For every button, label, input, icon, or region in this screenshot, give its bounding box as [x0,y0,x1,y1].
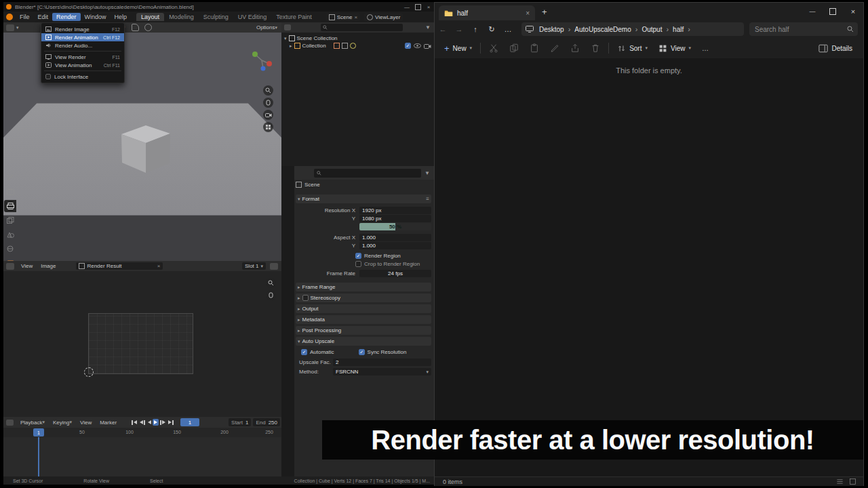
sort-button[interactable]: Sort ▾ [612,40,653,56]
menu-help[interactable]: Help [111,13,132,21]
timeline-ruler[interactable]: 1 50 100 150 200 250 1 [3,428,281,437]
render-region-checkbox[interactable]: ✓ [355,253,361,259]
camera-view-icon[interactable] [263,110,273,120]
properties-filter-icon[interactable]: ▼ [425,170,430,176]
proportional-editing-icon[interactable] [144,24,152,31]
outliner-row-scene-collection[interactable]: ▾ Scene Collection [281,35,434,42]
more-options-button[interactable]: … [696,40,714,56]
menu-item-view-animation[interactable]: View Animation Ctrl F11 [41,61,124,69]
tab-render[interactable] [4,186,16,198]
section-output[interactable]: ▸ Output [296,304,431,313]
zoom-tool-icon[interactable] [263,85,273,96]
section-metadata[interactable]: ▸ Metadata [296,315,431,324]
timeline-menu-marker[interactable]: Marker [96,419,121,426]
tab-output[interactable] [4,200,16,212]
minimize-button[interactable]: — [802,3,823,20]
scene-selector[interactable]: Scene × [326,13,360,21]
workspace-tab-layout[interactable]: Layout [136,13,164,21]
workspace-tab-texture-paint[interactable]: Texture Paint [271,13,317,21]
hide-eye-icon[interactable] [414,43,421,48]
details-pane-button[interactable]: Details [813,40,858,56]
close-button[interactable]: × [423,3,434,11]
section-auto-upscale[interactable]: ▾ Auto Upscale [296,337,431,346]
menu-file[interactable]: File [16,13,34,21]
menu-render[interactable]: Render [52,13,81,21]
crop-region-checkbox[interactable] [355,261,361,267]
breadcrumb-item-output[interactable]: Output [639,26,665,33]
search-input[interactable] [753,25,837,34]
see-more-button[interactable]: … [500,25,516,33]
editor-type-icon[interactable] [6,420,14,426]
large-icons-view-icon[interactable] [849,478,856,485]
paste-button[interactable] [524,40,545,56]
snap-magnet-icon[interactable] [132,24,139,31]
sync-resolution-checkbox[interactable]: ✓ [359,349,365,355]
menu-item-render-image[interactable]: Render Image F12 [41,25,124,33]
forward-button[interactable]: → [451,25,467,33]
outliner-editor-icon[interactable] [284,24,291,30]
pan-hand-icon[interactable] [263,98,273,108]
outliner-row-collection[interactable]: ▸ Collection ✓ [281,42,434,49]
search-box[interactable] [749,22,858,36]
new-tab-button[interactable]: + [542,7,547,17]
editor-type-icon[interactable] [6,24,14,31]
timeline-track-area[interactable] [3,437,281,476]
maximize-button[interactable] [823,3,843,20]
play-button[interactable] [153,419,159,426]
current-frame-field[interactable]: 1 [180,418,199,426]
playhead-badge[interactable]: 1 [33,428,44,436]
expand-icon[interactable]: ▾ [284,36,287,41]
image-editor-canvas[interactable] [3,271,281,417]
timeline-menu-keying[interactable]: Keying ▾ [49,419,76,426]
menu-edit[interactable]: Edit [34,13,53,21]
rename-button[interactable] [545,40,565,56]
section-frame-range[interactable]: ▸ Frame Range [296,283,431,291]
upscale-factor-field[interactable]: 2 [333,359,431,366]
section-post-processing[interactable]: ▸ Post Processing [296,326,431,335]
new-button[interactable]: + New ▾ [439,40,477,56]
close-button[interactable]: × [843,3,863,20]
outliner-search-field[interactable] [321,24,403,31]
aspect-y-field[interactable]: 1.000 [359,242,431,249]
properties-search-field[interactable] [314,169,421,178]
blender-titlebar[interactable]: Blender* [C:\Users\dino\Desktop\autoupsc… [3,2,434,12]
play-reverse-button[interactable] [146,419,153,426]
disable-render-camera-icon[interactable] [424,43,431,49]
default-cube[interactable] [120,125,172,174]
breadcrumb-dropdown-icon[interactable]: › [686,25,692,33]
editor-type-icon[interactable] [6,263,14,270]
pan-hand-icon[interactable] [266,290,276,300]
next-keyframe-button[interactable] [159,419,167,426]
menu-window[interactable]: Window [81,13,111,21]
tab-scene[interactable] [4,228,16,241]
explorer-tab[interactable]: half × [439,5,535,20]
unlink-icon[interactable]: × [157,263,161,269]
menu-item-lock-interface[interactable]: Lock Interface [41,73,124,81]
navigation-gizmo[interactable] [249,47,275,73]
tab-tool[interactable] [4,171,16,184]
display-channels-icon[interactable] [270,263,278,270]
menu-item-render-audio[interactable]: Render Audio... [41,41,124,49]
workspace-tab-sculpting[interactable]: Sculpting [199,13,233,21]
section-format[interactable]: ▾ Format ≡ [296,195,431,203]
up-button[interactable]: ↑ [467,25,484,33]
aspect-x-field[interactable]: 1.000 [359,234,431,241]
stereoscopy-checkbox[interactable] [302,295,309,301]
timeline-menu-view[interactable]: View [76,419,96,426]
resolution-scale-slider[interactable]: 50 % [359,223,431,230]
exclude-checkbox[interactable]: ✓ [405,43,411,49]
menu-item-render-animation[interactable]: Render Animation Ctrl F12 [41,33,124,41]
slot-selector[interactable]: Slot 1 ▾ [242,262,266,270]
image-editor-menu-view[interactable]: View [17,262,37,270]
frame-end-field[interactable]: End 250 [253,418,280,426]
blender-menu-icon[interactable] [6,14,13,20]
prev-keyframe-button[interactable] [138,419,146,426]
expand-icon[interactable]: ▸ [290,43,292,49]
refresh-button[interactable]: ↻ [484,25,500,34]
workspace-tab-uv-editing[interactable]: UV Editing [233,13,272,21]
timeline-menu-playback[interactable]: Playback ▾ [16,419,49,426]
viewport-options-dropdown[interactable]: Options ▾ [256,24,277,30]
zoom-tool-icon[interactable] [266,278,276,288]
presets-icon[interactable]: ≡ [426,196,429,202]
image-datablock-selector[interactable]: Render Result × [76,262,163,270]
